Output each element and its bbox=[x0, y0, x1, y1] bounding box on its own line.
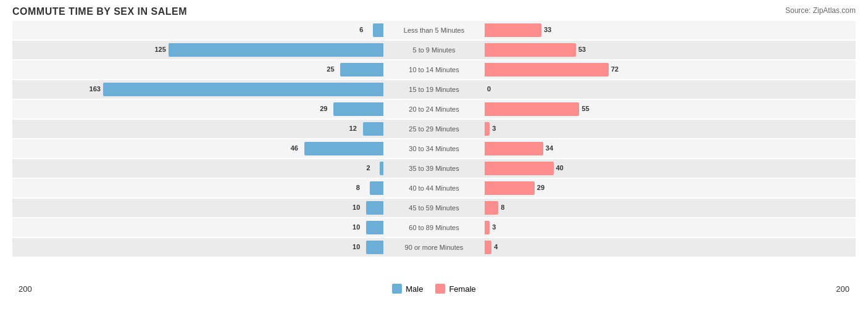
male-bar bbox=[373, 23, 383, 37]
female-value: 3 bbox=[492, 125, 496, 132]
female-value: 34 bbox=[546, 144, 553, 152]
female-bar bbox=[485, 23, 541, 37]
chart-area: Less than 5 Minutes6335 to 9 Minutes1255… bbox=[12, 21, 856, 280]
chart-row: 15 to 19 Minutes1630 bbox=[12, 80, 856, 99]
legend-female-box bbox=[435, 284, 445, 294]
male-value: 125 bbox=[155, 46, 166, 53]
chart-row: 40 to 44 Minutes829 bbox=[12, 179, 856, 197]
chart-row: 5 to 9 Minutes12553 bbox=[12, 41, 856, 59]
female-value: 0 bbox=[487, 85, 491, 93]
female-bar bbox=[485, 162, 554, 175]
row-label: 10 to 14 Minutes bbox=[385, 66, 483, 73]
axis-left-label: 200 bbox=[19, 284, 32, 294]
male-bar bbox=[366, 221, 383, 234]
row-label: 20 to 24 Minutes bbox=[385, 105, 483, 113]
male-value: 10 bbox=[353, 223, 360, 231]
male-bar bbox=[380, 162, 383, 175]
female-bar bbox=[485, 63, 609, 76]
male-value: 46 bbox=[291, 144, 298, 152]
female-bar bbox=[485, 102, 579, 116]
male-value: 25 bbox=[327, 65, 334, 73]
chart-row: 35 to 39 Minutes240 bbox=[12, 159, 856, 178]
male-value: 12 bbox=[349, 125, 357, 132]
legend-male: Male bbox=[392, 284, 423, 294]
chart-row: 60 to 89 Minutes103 bbox=[12, 218, 856, 237]
legend-female-label: Female bbox=[449, 284, 475, 294]
row-label: 60 to 89 Minutes bbox=[385, 224, 483, 231]
female-bar bbox=[485, 142, 543, 155]
female-value: 29 bbox=[537, 184, 545, 191]
female-bar bbox=[485, 43, 576, 57]
male-bar bbox=[366, 241, 383, 254]
female-bar bbox=[485, 201, 498, 215]
male-value: 163 bbox=[90, 85, 101, 93]
row-label: 5 to 9 Minutes bbox=[385, 46, 483, 54]
male-bar bbox=[340, 63, 383, 76]
male-bar bbox=[333, 102, 383, 116]
legend-female: Female bbox=[435, 284, 475, 294]
male-value: 6 bbox=[359, 26, 363, 33]
male-bar bbox=[169, 43, 383, 57]
female-value: 3 bbox=[492, 223, 496, 231]
male-bar bbox=[363, 122, 383, 136]
male-value: 10 bbox=[353, 243, 360, 250]
row-label: 15 to 19 Minutes bbox=[385, 86, 483, 93]
female-value: 72 bbox=[611, 65, 619, 73]
chart-title: COMMUTE TIME BY SEX IN SALEM bbox=[12, 6, 856, 17]
chart-container: COMMUTE TIME BY SEX IN SALEM Source: Zip… bbox=[0, 0, 868, 322]
chart-row: 10 to 14 Minutes2572 bbox=[12, 60, 856, 79]
chart-row: Less than 5 Minutes633 bbox=[12, 21, 856, 39]
row-label: 45 to 59 Minutes bbox=[385, 204, 483, 212]
female-value: 55 bbox=[582, 105, 589, 112]
chart-row: 20 to 24 Minutes2955 bbox=[12, 100, 856, 118]
female-value: 53 bbox=[578, 46, 586, 53]
bottom-area: 200 Male Female 200 bbox=[12, 284, 856, 294]
female-bar bbox=[485, 122, 490, 136]
male-value: 8 bbox=[356, 184, 360, 191]
male-bar bbox=[370, 181, 383, 195]
row-label: 90 or more Minutes bbox=[385, 244, 483, 251]
male-bar bbox=[304, 142, 383, 155]
chart-row: 30 to 34 Minutes4634 bbox=[12, 139, 856, 158]
male-value: 29 bbox=[320, 105, 327, 112]
legend-male-box bbox=[392, 284, 402, 294]
row-label: 35 to 39 Minutes bbox=[385, 165, 483, 172]
legend: Male Female bbox=[392, 284, 476, 294]
row-label: Less than 5 Minutes bbox=[385, 27, 483, 34]
female-bar bbox=[485, 221, 490, 234]
male-bar bbox=[103, 83, 383, 96]
chart-row: 25 to 29 Minutes123 bbox=[12, 120, 856, 138]
female-bar bbox=[485, 181, 535, 195]
axis-right-label: 200 bbox=[836, 284, 849, 294]
female-value: 33 bbox=[544, 26, 551, 33]
row-label: 25 to 29 Minutes bbox=[385, 125, 483, 133]
female-value: 4 bbox=[494, 243, 498, 250]
male-value: 10 bbox=[353, 204, 360, 211]
source-label: Source: ZipAtlas.com bbox=[785, 6, 856, 15]
chart-row: 45 to 59 Minutes108 bbox=[12, 199, 856, 217]
row-label: 40 to 44 Minutes bbox=[385, 184, 483, 192]
female-value: 40 bbox=[556, 164, 564, 171]
chart-row: 90 or more Minutes104 bbox=[12, 238, 856, 257]
row-label: 30 to 34 Minutes bbox=[385, 145, 483, 152]
female-value: 8 bbox=[501, 204, 504, 211]
female-bar bbox=[485, 241, 491, 254]
legend-male-label: Male bbox=[406, 284, 423, 294]
male-bar bbox=[366, 201, 383, 215]
male-value: 2 bbox=[366, 164, 370, 171]
